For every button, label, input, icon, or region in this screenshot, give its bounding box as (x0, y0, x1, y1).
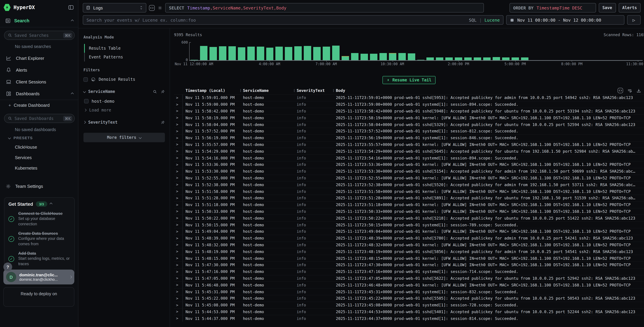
help-button[interactable]: ? (4, 262, 12, 271)
row-expander-icon[interactable]: > (174, 282, 183, 288)
chart-bar[interactable] (274, 42, 284, 60)
row-expander-icon[interactable]: > (174, 101, 183, 108)
sidebar-item-search[interactable]: Search (0, 14, 78, 27)
more-filters-button[interactable]: More filters (84, 133, 165, 142)
chart-bar[interactable] (558, 42, 567, 60)
chart-bar[interactable] (539, 42, 548, 60)
sql-mode-toggle[interactable]: SQL (469, 18, 476, 22)
table-row[interactable]: > Nov 11 5:50:33.000 PM host-demo info 2… (174, 208, 644, 215)
table-row[interactable]: > Nov 11 5:52:55.000 PM host-demo info 2… (174, 174, 644, 181)
chart-bar[interactable] (256, 42, 265, 60)
row-expander-icon[interactable]: > (174, 268, 183, 275)
chart-bar[interactable] (407, 42, 416, 60)
chart-bar[interactable] (426, 42, 435, 60)
column-header-timestamp[interactable]: Timestamp (Local) (183, 88, 240, 93)
chart-bar[interactable] (208, 42, 218, 60)
chart-bar[interactable] (576, 42, 586, 60)
table-row[interactable]: > Nov 11 5:48:15.000 PM host-demo info 2… (174, 255, 644, 262)
get-started-step[interactable]: ✓ Add Data Start sending logs, metrics, … (8, 251, 70, 266)
table-row[interactable]: > Nov 11 5:48:32.000 PM host-demo info 2… (174, 241, 644, 248)
row-expander-icon[interactable]: > (174, 222, 183, 228)
chart-bar[interactable] (614, 42, 624, 60)
row-expander-icon[interactable]: > (174, 235, 183, 241)
chart-bar[interactable] (312, 42, 322, 60)
table-row[interactable]: > Nov 11 5:58:04.000 PM host-demo info 2… (174, 121, 644, 128)
sidebar-item-alerts[interactable]: Alerts (0, 64, 78, 76)
date-range-picker[interactable]: Nov 11 00:00:00 - Nov 12 00:00:00 (506, 15, 624, 25)
row-expander-icon[interactable]: > (174, 288, 183, 295)
chart-bar[interactable] (520, 42, 530, 60)
search-icon[interactable] (153, 89, 157, 94)
load-more-button[interactable]: Load more (84, 108, 165, 112)
chart-bar[interactable] (360, 42, 369, 60)
saved-searches-input[interactable]: Saved Searches ⌘K (4, 31, 75, 40)
chart-bar[interactable] (218, 42, 228, 60)
table-row[interactable]: > Nov 11 5:54:16.000 PM host-demo info 2… (174, 154, 644, 161)
chart-bar[interactable] (633, 42, 643, 60)
denoise-checkbox[interactable] (84, 77, 88, 82)
row-expander-icon[interactable]: > (174, 202, 183, 208)
row-expander-icon[interactable]: > (174, 121, 183, 128)
chart-bar[interactable] (510, 42, 520, 60)
chart-bar[interactable] (378, 42, 388, 60)
table-row[interactable]: > Nov 11 5:47:05.000 PM host-demo info 2… (174, 275, 644, 282)
filter-group-severitytext[interactable]: SeverityText (84, 120, 165, 125)
sidebar-item-team-settings[interactable]: Team Settings (0, 178, 78, 192)
table-row[interactable]: > Nov 11 5:45:08.000 PM host-demo info 2… (174, 302, 644, 308)
row-expander-icon[interactable]: > (174, 128, 183, 134)
row-expander-icon[interactable]: > (174, 168, 183, 175)
table-row[interactable]: > Nov 11 5:50:15.000 PM host-demo info 2… (174, 221, 644, 228)
order-by-input[interactable]: ORDER BY TimestampTime DESC (509, 3, 596, 12)
preset-item-services[interactable]: Services (0, 152, 78, 163)
table-row[interactable]: > Nov 11 5:47:16.000 PM host-demo info 2… (174, 268, 644, 275)
table-row[interactable]: > Nov 11 5:51:28.000 PM host-demo info 2… (174, 194, 644, 201)
chart-bar[interactable] (605, 42, 614, 60)
chart-bar[interactable] (492, 42, 501, 60)
alerts-button[interactable]: Alerts (618, 3, 640, 12)
create-dashboard-button[interactable]: + Create Dashboard (0, 100, 78, 110)
table-row[interactable]: > Nov 11 5:53:30.000 PM host-demo info 2… (174, 168, 644, 175)
chart-bar[interactable] (199, 42, 208, 60)
run-search-button[interactable]: ▷ (627, 15, 640, 25)
table-row[interactable]: > Nov 11 5:45:31.000 PM host-demo info 2… (174, 288, 644, 295)
table-row[interactable]: > Nov 11 5:45:22.000 PM host-demo info 2… (174, 295, 644, 302)
chart-bar[interactable] (190, 42, 199, 60)
table-row[interactable]: > Nov 11 5:44:37.000 PM host-demo info 2… (174, 315, 644, 322)
row-expander-icon[interactable]: > (174, 228, 183, 235)
row-expander-icon[interactable]: > (174, 262, 183, 268)
chart-bar[interactable] (294, 42, 303, 60)
row-expander-icon[interactable]: > (174, 275, 183, 282)
row-expander-icon[interactable]: > (174, 141, 183, 148)
table-row[interactable]: > Nov 11 5:47:30.000 PM host-demo info 2… (174, 262, 644, 268)
row-expander-icon[interactable]: > (174, 115, 183, 121)
chart-bar[interactable] (548, 42, 558, 60)
source-select[interactable]: Logs (83, 3, 146, 12)
chart-bar[interactable] (397, 42, 407, 60)
pin-icon[interactable] (160, 89, 165, 94)
chart-bar[interactable] (586, 42, 596, 60)
chart-bar[interactable] (501, 42, 510, 60)
chart-bar[interactable] (567, 42, 576, 60)
pin-icon[interactable] (160, 120, 165, 124)
chart-bar[interactable] (388, 42, 397, 60)
chart-bar[interactable] (596, 42, 605, 60)
table-row[interactable]: > Nov 11 5:49:04.000 PM host-demo info 2… (174, 228, 644, 235)
row-expander-icon[interactable]: > (174, 242, 183, 248)
filter-group-servicename[interactable]: ServiceName (84, 89, 165, 94)
chart-bar[interactable] (454, 42, 464, 60)
table-row[interactable]: > Nov 11 5:48:39.000 PM host-demo info 2… (174, 234, 644, 241)
row-expander-icon[interactable]: > (174, 155, 183, 161)
chart-bar[interactable] (530, 42, 539, 60)
sidebar-item-client-sessions[interactable]: Client Sessions (0, 76, 78, 88)
sidebar-item-dashboards[interactable]: Dashboards (0, 88, 78, 100)
chart-bar[interactable] (228, 42, 237, 60)
chart-bar[interactable] (237, 42, 246, 60)
mode-results-table[interactable]: Results Table (84, 44, 165, 53)
table-row[interactable]: > Nov 11 5:53:36.000 PM host-demo info 2… (174, 161, 644, 168)
preset-item-clickhouse[interactable]: ClickHouse (0, 142, 78, 152)
filter-option-host-demo[interactable]: host-demo (84, 99, 165, 104)
table-row[interactable]: > Nov 11 5:56:19.000 PM host-demo info 2… (174, 134, 644, 141)
chevron-up-icon[interactable] (71, 20, 74, 22)
save-button[interactable]: Save (598, 3, 616, 12)
chart-bar[interactable] (265, 42, 274, 60)
